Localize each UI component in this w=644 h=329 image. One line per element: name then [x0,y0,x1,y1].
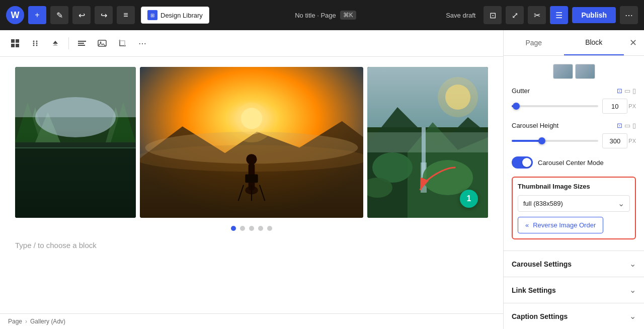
thumbnail-image-sizes-label: Thumbnail Image Sizes [518,183,630,190]
svg-rect-24 [15,147,136,218]
thumb-2[interactable] [575,64,595,79]
caption-settings-title: Caption Settings [512,312,568,320]
caption-settings-header[interactable]: Caption Settings ⌄ [512,311,636,321]
align-button[interactable] [73,34,91,52]
link-settings-title: Link Settings [512,286,556,294]
undo-button[interactable]: ↩ [72,6,91,24]
carousel-center-mode-toggle[interactable] [512,156,533,169]
svg-point-5 [36,41,38,42]
height-device-icons: ⊡ ▭ ▯ [617,122,636,129]
dot-5[interactable] [267,226,272,231]
move-up-button[interactable] [46,34,64,52]
carousel-height-label: Carousel Height ⊡ ▭ ▯ [512,122,636,129]
desktop-icon[interactable]: ⊡ [617,87,622,95]
wp-logo[interactable]: W [6,6,24,24]
dot-1[interactable] [231,226,236,231]
height-value: PX [602,133,636,148]
gutter-slider-thumb[interactable] [513,103,520,110]
block-placeholder[interactable]: Type / to choose a block [15,237,488,254]
svg-rect-15 [15,67,136,218]
dropdown-arrow-icon: ⌄ [618,199,624,208]
save-draft-button[interactable]: Save draft [442,9,479,22]
breadcrumb-page[interactable]: Page [8,318,22,325]
height-slider-track[interactable] [512,140,598,142]
settings-toggle-button[interactable]: ☰ [550,6,568,24]
redo-button[interactable]: ↪ [95,6,113,24]
page-title: No title · Page [295,12,336,19]
height-unit: PX [628,138,636,144]
breadcrumb: Page › Gallery (Adv) [0,313,503,329]
crop-button[interactable] [113,34,131,52]
code-editor-button[interactable]: ✂ [528,6,546,24]
svg-rect-10 [78,41,86,42]
list-view-button[interactable]: ≡ [117,6,135,24]
tablet-icon[interactable]: ▭ [624,87,630,95]
main-layout: ⋯ [0,30,644,329]
height-input[interactable] [602,133,627,148]
block-toolbar: ⋯ [0,30,503,57]
carousel-settings-arrow: ⌄ [629,259,636,269]
svg-rect-1 [16,39,19,43]
tab-block[interactable]: Block [564,30,624,55]
image-bg-2 [140,67,363,218]
toolbar-divider-1 [68,37,69,49]
topbar-right: Save draft ⊡ ⤢ ✂ ☰ Publish ⋯ [442,6,638,24]
thumbnail-size-dropdown[interactable]: full (838x589) ⌄ [518,195,630,212]
svg-point-9 [36,45,38,46]
reverse-image-order-button[interactable]: « Reverse Image Order [518,217,603,233]
tab-page[interactable]: Page [504,31,564,55]
gutter-setting: Gutter ⊡ ▭ ▯ PX [512,87,636,114]
dot-3[interactable] [249,226,254,231]
fullscreen-button[interactable]: ⤢ [506,6,524,24]
height-slider-thumb[interactable] [538,137,545,144]
breadcrumb-current: Gallery (Adv) [30,318,65,325]
gutter-slider-track[interactable] [512,105,598,107]
media-button[interactable] [93,34,111,52]
design-library-button[interactable]: ⊞ Design Library [141,7,209,24]
svg-rect-41 [367,132,488,152]
gutter-label: Gutter ⊡ ▭ ▯ [512,87,636,95]
publish-button[interactable]: Publish [572,7,616,23]
thumbnail-image-sizes-section: Thumbnail Image Sizes full (838x589) ⌄ «… [512,177,636,239]
reverse-icon: « [525,221,529,229]
carousel-center-mode-row: Carousel Center Mode [512,156,636,169]
add-block-button[interactable]: + [28,6,46,24]
toggle-knob [522,158,531,167]
mobile-icon[interactable]: ▯ [632,87,636,95]
height-tablet-icon[interactable]: ▭ [624,122,630,129]
svg-point-8 [33,45,35,46]
desktop-view-button[interactable]: ⊡ [484,6,502,24]
gallery-image-2[interactable] [140,67,363,218]
page-title-area: No title · Page ⌘K [295,11,356,20]
height-mobile-icon[interactable]: ▯ [632,122,636,129]
dot-2[interactable] [240,226,245,231]
image-size-thumbs [512,64,636,79]
gallery-carousel: 1 [15,67,488,218]
tools-button[interactable]: ✎ [50,6,68,24]
carousel-height-setting: Carousel Height ⊡ ▭ ▯ PX [512,122,636,148]
gutter-input[interactable] [602,99,627,114]
svg-rect-36 [245,174,258,183]
svg-point-14 [100,42,102,43]
gallery-container: 1 Type / to choose a block [0,57,503,313]
caption-settings-arrow: ⌄ [629,311,636,321]
panel-close-button[interactable]: ✕ [624,34,642,52]
more-options-button[interactable]: ⋯ [620,6,638,24]
svg-marker-18 [15,102,40,142]
svg-marker-20 [106,107,126,142]
carousel-settings-section: Carousel Settings ⌄ [504,251,644,277]
link-settings-header[interactable]: Link Settings ⌄ [512,285,636,295]
carousel-settings-header[interactable]: Carousel Settings ⌄ [512,259,636,269]
more-toolbar-button[interactable]: ⋯ [133,34,151,52]
gallery-type-button[interactable] [6,34,24,52]
svg-point-23 [35,97,116,137]
panel-tabs: Page Block ✕ [504,30,644,56]
gutter-unit: PX [628,103,636,109]
thumb-1[interactable] [553,64,573,79]
height-desktop-icon[interactable]: ⊡ [617,122,622,129]
carousel-center-mode-label: Carousel Center Mode [538,159,604,167]
gallery-image-1[interactable] [15,67,136,218]
svg-rect-12 [78,45,85,46]
drag-button[interactable] [26,34,44,52]
dot-4[interactable] [258,226,263,231]
